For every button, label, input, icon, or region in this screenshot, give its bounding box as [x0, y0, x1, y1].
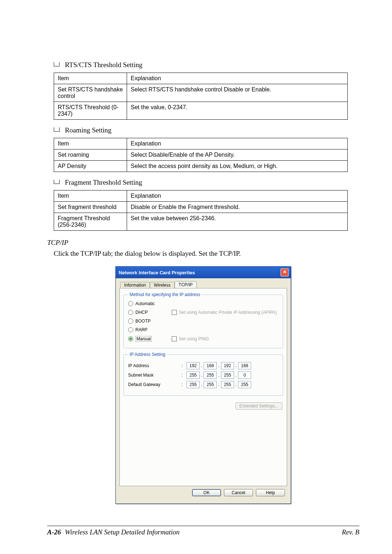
cancel-button[interactable]: Cancel [224, 489, 253, 496]
radio-dhcp[interactable]: DHCP [128, 310, 172, 315]
colon: : [179, 382, 185, 387]
radio-rarp[interactable]: RARP [128, 327, 172, 332]
td: Set the value between 256-2346. [127, 213, 348, 231]
fieldset-method: Method for specifying the IP address Aut… [123, 292, 283, 348]
gw-octet[interactable]: 255 [221, 381, 234, 388]
td: Set roaming [54, 149, 127, 161]
heading-fragment: Fragment Threshold Setting [54, 178, 359, 186]
td: Set fragment threshold [54, 202, 127, 213]
gw-octet[interactable]: 255 [204, 381, 217, 388]
radio-icon [128, 336, 133, 341]
heading-text: Fragment Threshold Setting [65, 178, 142, 186]
radio-automatic[interactable]: Automatic [128, 301, 172, 306]
row-default-gateway: Default Gateway : 255. 255. 255. 255 [128, 381, 279, 388]
footer-title: Wireless LAN Setup Detailed Information [65, 528, 180, 536]
td: Disable or Enable the Fragment threshold… [127, 202, 348, 213]
gw-octet[interactable]: 255 [187, 381, 200, 388]
bullet-icon [54, 127, 60, 132]
checkbox-icon [172, 310, 177, 315]
check-ping[interactable]: Set using PING [172, 336, 279, 341]
checkbox-icon [172, 336, 177, 341]
close-icon[interactable]: ✕ [281, 268, 289, 276]
th-expl: Explanation [127, 190, 348, 202]
tab-tcpip[interactable]: TCP/IP [175, 281, 197, 288]
page-footer: A-26 Wireless LAN Setup Detailed Informa… [47, 526, 359, 536]
colon: : [179, 363, 185, 368]
section-tcpip-title: TCP/IP [47, 239, 359, 247]
radio-label: RARP [135, 327, 147, 332]
dialog-buttons: OK Cancel Help [119, 486, 287, 500]
radio-icon [128, 310, 133, 315]
ip-octet[interactable]: 168 [204, 362, 217, 369]
mask-octet[interactable]: 255 [187, 372, 200, 379]
radio-label: Manual [135, 336, 152, 342]
mask-octet[interactable]: 255 [221, 372, 234, 379]
td: Select RTS/CTS handshake control Disable… [127, 84, 348, 102]
table-fragment: ItemExplanation Set fragment thresholdDi… [54, 190, 348, 231]
td: AP Density [54, 161, 127, 172]
th-item: Item [54, 138, 127, 149]
label-gw: Default Gateway [128, 382, 179, 387]
td: Fragment Threshold (256-2346) [54, 213, 127, 231]
footer-left: A-26 Wireless LAN Setup Detailed Informa… [47, 528, 180, 536]
gw-octet[interactable]: 255 [238, 381, 251, 388]
heading-roaming: Roaming Setting [54, 126, 359, 134]
legend-method: Method for specifying the IP address [128, 292, 202, 297]
radio-icon [128, 301, 133, 306]
tabs: Information Wireless TCP/IP [119, 281, 287, 288]
titlebar: Network Interface Card Properties ✕ [116, 267, 291, 278]
th-expl: Explanation [127, 73, 348, 84]
extended-settings-button[interactable]: Extended Settings... [236, 402, 282, 410]
mask-octet[interactable]: 255 [204, 372, 217, 379]
colon: : [179, 373, 185, 378]
heading-rts: RTS/CTS Threshold Setting [54, 61, 359, 69]
check-label: Set using Automatic Private IP Addressin… [179, 310, 277, 315]
page-number: A-26 [47, 528, 61, 536]
label-mask: Subnet Mask [128, 373, 179, 378]
th-item: Item [54, 73, 127, 84]
dialog-title: Network Interface Card Properties [119, 270, 195, 275]
check-apipa[interactable]: Set using Automatic Private IP Addressin… [172, 310, 279, 315]
tcpip-instruction: Click the TCP/IP tab; the dialog below i… [54, 250, 359, 258]
tab-panel: Method for specifying the IP address Aut… [119, 288, 287, 486]
td: RTS/CTS Threshold (0-2347) [54, 102, 127, 120]
ip-octet[interactable]: 168 [238, 362, 251, 369]
radio-icon [128, 319, 133, 324]
radio-label: DHCP [135, 310, 148, 315]
legend-ip: IP Address Setting [128, 352, 167, 357]
dialog-nic-properties: Network Interface Card Properties ✕ Info… [115, 266, 291, 504]
td: Select Disable/Enable of the AP Density. [127, 149, 348, 161]
label-ip: IP Address [128, 363, 179, 368]
mask-octet[interactable]: 0 [238, 372, 251, 379]
row-subnet-mask: Subnet Mask : 255. 255. 255. 0 [128, 372, 279, 379]
ip-octet[interactable]: 192 [187, 362, 200, 369]
check-label: Set using PING [179, 336, 209, 341]
radio-label: Automatic [135, 301, 155, 306]
radio-icon [128, 327, 133, 332]
td: Set RTS/CTS handshake control [54, 84, 127, 102]
radio-manual[interactable]: Manual [128, 336, 172, 342]
radio-bootp[interactable]: BOOTP [128, 319, 172, 324]
table-roaming: ItemExplanation Set roamingSelect Disabl… [54, 138, 348, 172]
table-rts: ItemExplanation Set RTS/CTS handshake co… [54, 73, 348, 120]
ok-button[interactable]: OK [192, 489, 221, 496]
th-expl: Explanation [127, 138, 348, 149]
help-button[interactable]: Help [256, 489, 285, 496]
ip-octet[interactable]: 192 [221, 362, 234, 369]
footer-rev: Rev. B [342, 528, 359, 536]
fieldset-ip: IP Address Setting IP Address : 192. 168… [123, 352, 283, 396]
radio-label: BOOTP [135, 319, 151, 324]
heading-text: Roaming Setting [65, 126, 111, 134]
row-ip-address: IP Address : 192. 168. 192. 168 [128, 362, 279, 369]
bullet-icon [54, 62, 60, 66]
heading-text: RTS/CTS Threshold Setting [65, 61, 143, 69]
td: Select the access point density as Low, … [127, 161, 348, 172]
bullet-icon [54, 180, 60, 184]
td: Set the value, 0-2347. [127, 102, 348, 120]
th-item: Item [54, 190, 127, 202]
